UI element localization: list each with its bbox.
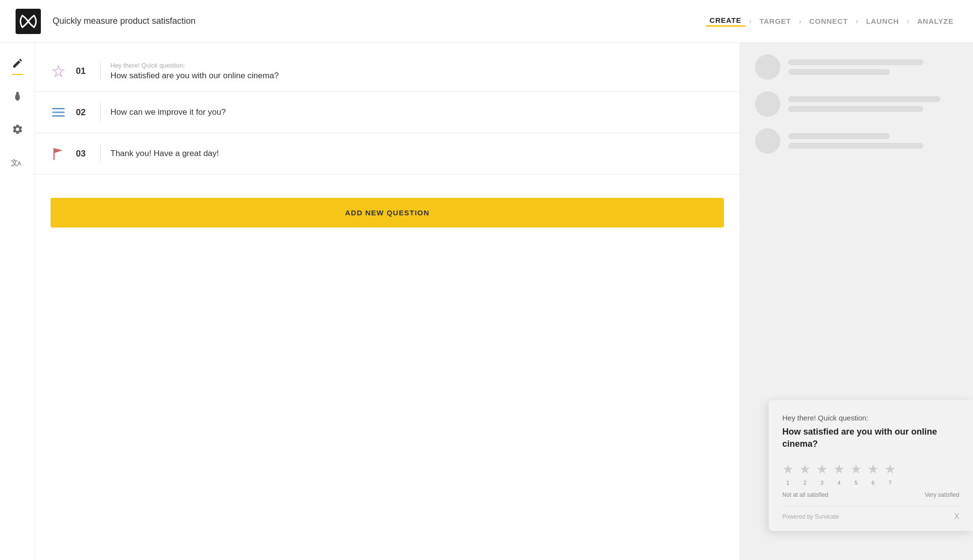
question-content-1: Hey there! Quick question: How satisfied…: [110, 62, 724, 81]
question-number-1: 01: [76, 66, 90, 76]
question-subtitle-1: Hey there! Quick question:: [110, 62, 724, 69]
star-glyph-4: ★: [833, 462, 845, 477]
preview-rows: [739, 43, 973, 165]
question-text-2: How can we improve it for you?: [110, 107, 724, 117]
survey-title: Quickly measure product satisfaction: [53, 16, 196, 26]
star-icon: [51, 63, 66, 79]
logo[interactable]: [16, 9, 41, 34]
nav-steps: CREATE › TARGET › CONNECT › LAUNCH › ANA…: [706, 16, 957, 27]
question-row-3[interactable]: 03 Thank you! Have a great day!: [35, 133, 739, 175]
star-value-7: 7: [888, 480, 891, 486]
survey-preview-subtitle: Hey there! Quick question:: [782, 414, 959, 422]
question-text-3: Thank you! Have a great day!: [110, 149, 724, 158]
svg-point-2: [16, 92, 19, 95]
star-glyph-2: ★: [799, 462, 811, 477]
rating-labels: Not at all satisfied Very satisfied: [782, 491, 959, 498]
question-number-2: 02: [76, 107, 90, 118]
star-glyph-3: ★: [816, 462, 828, 477]
rating-label-high: Very satisfied: [925, 491, 959, 498]
nav-step-launch[interactable]: LAUNCH: [862, 17, 903, 25]
preview-lines-1: [788, 59, 957, 75]
preview-line-2a: [788, 96, 940, 102]
preview-row-1: [755, 54, 957, 80]
survey-preview-card: Hey there! Quick question: How satisfied…: [769, 400, 973, 531]
flag-icon: [51, 146, 66, 161]
star-2[interactable]: ★ 2: [799, 462, 811, 486]
star-value-2: 2: [803, 480, 806, 486]
question-divider-3: [100, 144, 101, 163]
question-divider-1: [100, 61, 101, 81]
preview-avatar-1: [755, 54, 780, 80]
list-icon: [51, 105, 66, 120]
sidebar-theme[interactable]: [9, 88, 26, 105]
content-area: 01 Hey there! Quick question: How satisf…: [35, 43, 739, 560]
star-rating: ★ 1 ★ 2 ★ 3 ★ 4 ★ 5: [782, 462, 959, 486]
preview-row-2: [755, 91, 957, 117]
star-glyph-1: ★: [782, 462, 793, 477]
preview-avatar-3: [755, 128, 780, 154]
survey-close-button[interactable]: X: [954, 512, 959, 521]
sidebar-translate[interactable]: 文 A: [9, 154, 26, 171]
chevron-icon-1: ›: [749, 17, 752, 26]
nav-step-connect[interactable]: CONNECT: [805, 17, 851, 25]
chevron-icon-3: ›: [856, 17, 858, 26]
question-divider-2: [100, 103, 101, 122]
question-text-1: How satisfied are you with our online ci…: [110, 71, 724, 81]
nav-step-analyze[interactable]: ANALYZE: [913, 17, 957, 25]
svg-text:A: A: [18, 160, 21, 166]
preview-line-3b: [788, 143, 923, 149]
sidebar: 文 A: [0, 43, 35, 560]
star-glyph-5: ★: [850, 462, 862, 477]
question-content-2: How can we improve it for you?: [110, 107, 724, 117]
star-1[interactable]: ★ 1: [782, 462, 793, 486]
svg-rect-7: [52, 115, 65, 117]
header: Quickly measure product satisfaction CRE…: [0, 0, 973, 43]
add-question-button[interactable]: ADD NEW QUESTION: [51, 198, 724, 228]
nav-step-create[interactable]: CREATE: [706, 16, 745, 27]
star-value-4: 4: [837, 480, 840, 486]
star-3[interactable]: ★ 3: [816, 462, 828, 486]
nav-step-target[interactable]: TARGET: [756, 17, 795, 25]
rating-label-low: Not at all satisfied: [782, 491, 829, 498]
star-glyph-7: ★: [884, 462, 896, 477]
question-number-3: 03: [76, 149, 90, 159]
star-value-3: 3: [820, 480, 823, 486]
preview-avatar-2: [755, 91, 780, 117]
preview-line-1b: [788, 69, 890, 75]
question-content-3: Thank you! Have a great day!: [110, 149, 724, 158]
preview-lines-2: [788, 96, 957, 112]
star-value-6: 6: [871, 480, 874, 486]
star-value-5: 5: [854, 480, 857, 486]
sidebar-edit[interactable]: [9, 54, 26, 72]
questions-list: 01 Hey there! Quick question: How satisf…: [35, 43, 739, 182]
powered-by-label: Powered by Survicate: [782, 513, 839, 520]
survey-preview-question: How satisfied are you with our online ci…: [782, 426, 959, 450]
preview-line-3a: [788, 133, 890, 139]
preview-area: Hey there! Quick question: How satisfied…: [739, 43, 973, 560]
star-glyph-6: ★: [867, 462, 879, 477]
main-layout: 文 A 01 Hey there! Quick question: How sa…: [0, 43, 973, 560]
star-7[interactable]: ★ 7: [884, 462, 896, 486]
svg-rect-6: [52, 112, 65, 113]
question-row-1[interactable]: 01 Hey there! Quick question: How satisf…: [35, 51, 739, 92]
star-5[interactable]: ★ 5: [850, 462, 862, 486]
chevron-icon-2: ›: [799, 17, 801, 26]
sidebar-settings[interactable]: [9, 121, 26, 138]
preview-row-3: [755, 128, 957, 154]
survey-footer: Powered by Survicate X: [782, 506, 959, 521]
svg-rect-5: [52, 108, 65, 109]
preview-line-1a: [788, 59, 923, 65]
chevron-icon-4: ›: [907, 17, 909, 26]
star-value-1: 1: [786, 480, 789, 486]
svg-point-1: [15, 94, 20, 101]
star-4[interactable]: ★ 4: [833, 462, 845, 486]
question-row-2[interactable]: 02 How can we improve it for you?: [35, 92, 739, 133]
preview-line-2b: [788, 106, 923, 112]
preview-lines-3: [788, 133, 957, 149]
star-6[interactable]: ★ 6: [867, 462, 879, 486]
